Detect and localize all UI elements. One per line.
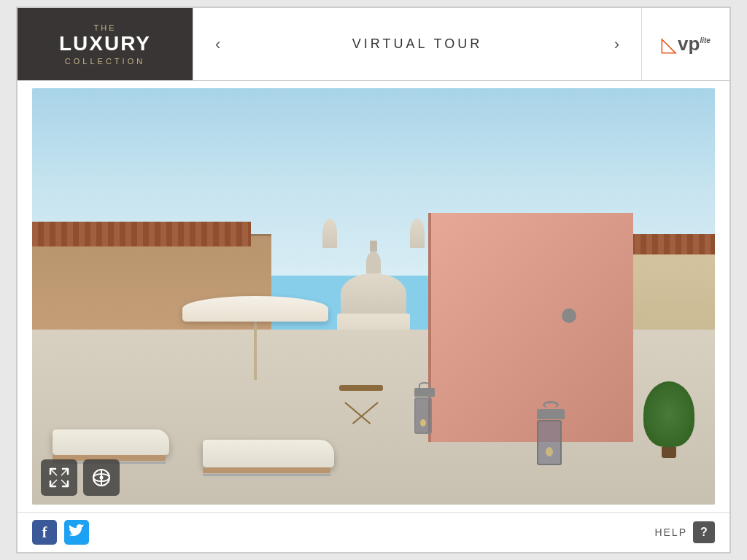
bvp-logo-area: ◿ vplite [642, 8, 729, 80]
help-button[interactable]: ? [693, 521, 715, 543]
gyroscope-button[interactable] [83, 459, 120, 496]
tower-right [410, 219, 425, 248]
lantern-2 [537, 401, 565, 463]
roof-tiles-left [32, 222, 251, 246]
lantern-1 [414, 382, 435, 429]
dome-top [366, 252, 381, 273]
tower-left [322, 219, 337, 248]
logo-collection: COLLECTION [65, 57, 145, 66]
svg-point-7 [100, 476, 104, 480]
plant-right [643, 381, 694, 454]
side-table [339, 385, 383, 421]
logo-the: THE [94, 23, 117, 32]
fullscreen-button[interactable] [41, 459, 77, 496]
umbrella [182, 296, 328, 380]
dome-lantern [370, 241, 377, 252]
lantern1-flame [420, 419, 426, 427]
app-frame: THE LUXURY COLLECTION ‹ VIRTUAL TOUR › ◿… [16, 7, 731, 553]
help-area: HELP ? [654, 521, 715, 543]
fullscreen-icon [48, 467, 70, 489]
svg-line-2 [61, 480, 68, 486]
nav-title: VIRTUAL TOUR [352, 36, 482, 52]
lantern2-top [537, 409, 565, 419]
bvp-cursor-icon: ◿ [661, 34, 677, 55]
bvp-text: vplite [678, 33, 711, 55]
lantern2-body [537, 420, 562, 465]
twitter-button[interactable] [64, 520, 89, 545]
lantern1-top [414, 388, 435, 397]
header: THE LUXURY COLLECTION ‹ VIRTUAL TOUR › ◿… [18, 8, 729, 81]
scene [32, 88, 715, 505]
nav-area: ‹ VIRTUAL TOUR › [193, 8, 642, 80]
main-content [18, 81, 729, 512]
logo-area: THE LUXURY COLLECTION [18, 8, 193, 80]
twitter-icon [69, 524, 85, 540]
plant-pot [662, 447, 676, 458]
pink-wall [428, 213, 633, 442]
nav-prev-button[interactable]: ‹ [201, 28, 235, 61]
wall-light [562, 308, 576, 323]
table-top [339, 385, 383, 391]
lantern1-handle [419, 382, 430, 388]
logo-luxury: LUXURY [59, 34, 151, 54]
lantern2-handle [543, 401, 559, 408]
svg-line-0 [50, 469, 57, 475]
social-icons: f [32, 520, 89, 545]
umbrella-canopy [182, 296, 328, 322]
viewer-controls [41, 459, 120, 496]
dome-main [341, 273, 406, 314]
bvp-logo: ◿ vplite [661, 33, 711, 55]
chair2-legs [203, 474, 330, 476]
svg-line-3 [50, 480, 57, 486]
chair1-seat [53, 429, 169, 455]
help-label: HELP [654, 526, 687, 538]
virtual-tour-viewer[interactable] [32, 88, 715, 505]
gyroscope-icon [90, 467, 112, 489]
chair2-seat [203, 440, 334, 467]
plant-foliage [643, 381, 694, 447]
lantern2-flame [546, 447, 553, 456]
bvp-lite: lite [700, 36, 710, 44]
chair2-frame [203, 467, 330, 473]
facebook-button[interactable]: f [32, 520, 57, 545]
svg-line-1 [61, 469, 68, 475]
table-legs [345, 391, 378, 413]
lantern1-body [414, 397, 432, 434]
umbrella-pole [254, 322, 257, 380]
footer: f HELP ? [18, 512, 729, 552]
lounge-chair-2 [203, 418, 349, 483]
nav-next-button[interactable]: › [600, 28, 634, 61]
